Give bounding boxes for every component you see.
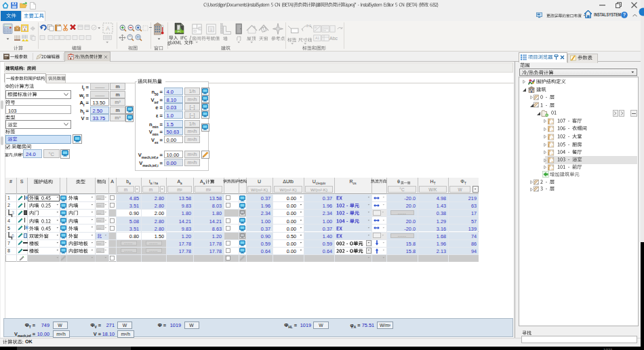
svg-text:2.0: 2.0 <box>306 24 311 28</box>
svg-text:A1: A1 <box>315 36 319 40</box>
svg-text:?: ? <box>623 12 626 18</box>
svg-text:IFC: IFC <box>178 31 182 33</box>
svg-text:A: A <box>106 25 110 32</box>
svg-text:1: 1 <box>210 28 212 32</box>
